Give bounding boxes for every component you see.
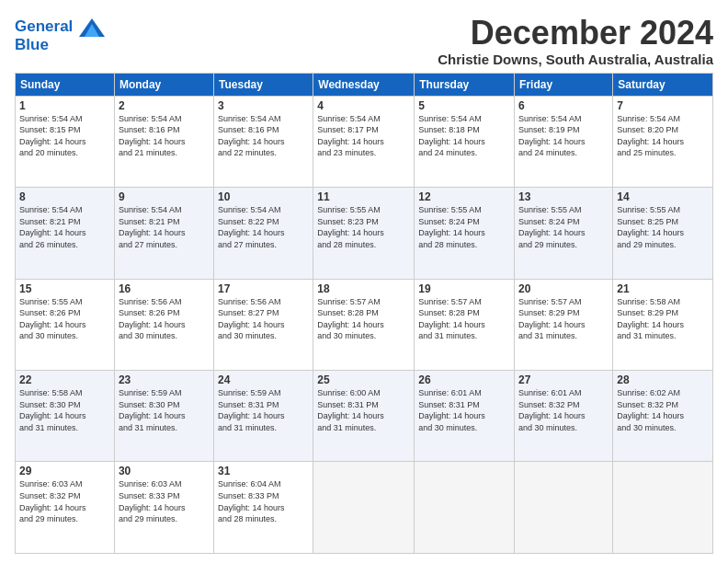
calendar-cell: 4 Sunrise: 5:54 AM Sunset: 8:17 PM Dayli…	[313, 96, 415, 187]
day-info: Sunrise: 5:59 AM Sunset: 8:30 PM Dayligh…	[119, 387, 210, 433]
day-info: Sunrise: 5:56 AM Sunset: 8:26 PM Dayligh…	[119, 296, 210, 342]
day-number: 6	[518, 99, 609, 112]
calendar-cell: 23 Sunrise: 5:59 AM Sunset: 8:30 PM Dayl…	[114, 371, 213, 462]
day-number: 1	[19, 99, 110, 112]
day-info: Sunrise: 6:01 AM Sunset: 8:32 PM Dayligh…	[518, 387, 609, 433]
calendar-cell: 17 Sunrise: 5:56 AM Sunset: 8:27 PM Dayl…	[214, 279, 313, 370]
weekday-header: Thursday	[415, 73, 515, 96]
weekday-header: Monday	[114, 73, 213, 96]
day-number: 17	[218, 282, 309, 295]
calendar-cell: 13 Sunrise: 5:55 AM Sunset: 8:24 PM Dayl…	[515, 188, 613, 279]
day-number: 14	[617, 190, 709, 203]
day-info: Sunrise: 6:03 AM Sunset: 8:32 PM Dayligh…	[19, 478, 110, 524]
title-block: December 2024 Christie Downs, South Aust…	[438, 15, 713, 67]
calendar-cell: 21 Sunrise: 5:58 AM Sunset: 8:29 PM Dayl…	[613, 279, 713, 370]
day-info: Sunrise: 6:04 AM Sunset: 8:33 PM Dayligh…	[218, 478, 309, 524]
calendar-cell: 31 Sunrise: 6:04 AM Sunset: 8:33 PM Dayl…	[214, 462, 313, 554]
day-number: 19	[418, 282, 510, 295]
calendar-cell: 29 Sunrise: 6:03 AM Sunset: 8:32 PM Dayl…	[16, 462, 115, 554]
calendar-cell: 16 Sunrise: 5:56 AM Sunset: 8:26 PM Dayl…	[114, 279, 213, 370]
day-number: 16	[119, 282, 210, 295]
calendar-cell: 25 Sunrise: 6:00 AM Sunset: 8:31 PM Dayl…	[313, 371, 415, 462]
day-info: Sunrise: 5:59 AM Sunset: 8:31 PM Dayligh…	[218, 387, 309, 433]
weekday-header: Tuesday	[214, 73, 313, 96]
day-info: Sunrise: 5:55 AM Sunset: 8:23 PM Dayligh…	[317, 204, 410, 250]
day-number: 8	[19, 190, 110, 203]
logo-line2: Blue	[15, 37, 105, 54]
day-number: 11	[317, 190, 410, 203]
day-info: Sunrise: 5:54 AM Sunset: 8:15 PM Dayligh…	[19, 113, 110, 159]
day-info: Sunrise: 5:54 AM Sunset: 8:19 PM Dayligh…	[518, 113, 609, 159]
day-number: 28	[617, 373, 709, 386]
calendar-cell: 22 Sunrise: 5:58 AM Sunset: 8:30 PM Dayl…	[16, 371, 115, 462]
calendar-cell	[613, 462, 713, 554]
calendar-cell	[515, 462, 613, 554]
day-info: Sunrise: 6:02 AM Sunset: 8:32 PM Dayligh…	[617, 387, 709, 433]
logo-icon	[79, 18, 105, 37]
weekday-header: Sunday	[16, 73, 115, 96]
calendar-cell	[313, 462, 415, 554]
day-number: 31	[218, 465, 309, 477]
day-number: 7	[617, 99, 709, 112]
day-number: 20	[518, 282, 609, 295]
day-number: 26	[418, 373, 510, 386]
day-number: 9	[119, 190, 210, 203]
weekday-header: Wednesday	[313, 73, 415, 96]
day-info: Sunrise: 6:01 AM Sunset: 8:31 PM Dayligh…	[418, 387, 510, 433]
calendar-cell: 12 Sunrise: 5:55 AM Sunset: 8:24 PM Dayl…	[415, 188, 515, 279]
day-number: 27	[518, 373, 609, 386]
day-info: Sunrise: 5:54 AM Sunset: 8:22 PM Dayligh…	[218, 204, 309, 250]
calendar-table: SundayMondayTuesdayWednesdayThursdayFrid…	[15, 73, 713, 554]
weekday-header: Friday	[515, 73, 613, 96]
calendar-cell: 5 Sunrise: 5:54 AM Sunset: 8:18 PM Dayli…	[415, 96, 515, 187]
day-number: 30	[119, 465, 210, 477]
day-info: Sunrise: 5:54 AM Sunset: 8:21 PM Dayligh…	[19, 204, 110, 250]
day-info: Sunrise: 5:55 AM Sunset: 8:24 PM Dayligh…	[518, 204, 609, 250]
day-number: 5	[418, 99, 510, 112]
calendar-cell: 9 Sunrise: 5:54 AM Sunset: 8:21 PM Dayli…	[114, 188, 213, 279]
day-info: Sunrise: 5:57 AM Sunset: 8:28 PM Dayligh…	[317, 296, 410, 342]
day-info: Sunrise: 6:03 AM Sunset: 8:33 PM Dayligh…	[119, 478, 210, 524]
day-number: 25	[317, 373, 410, 386]
calendar-cell: 28 Sunrise: 6:02 AM Sunset: 8:32 PM Dayl…	[613, 371, 713, 462]
day-number: 24	[218, 373, 309, 386]
day-info: Sunrise: 5:58 AM Sunset: 8:29 PM Dayligh…	[617, 296, 709, 342]
day-number: 23	[119, 373, 210, 386]
day-info: Sunrise: 5:54 AM Sunset: 8:20 PM Dayligh…	[617, 113, 709, 159]
day-number: 22	[19, 373, 110, 386]
calendar-cell: 3 Sunrise: 5:54 AM Sunset: 8:16 PM Dayli…	[214, 96, 313, 187]
weekday-header: Saturday	[613, 73, 713, 96]
header: General Blue December 2024 Christie Down…	[15, 15, 713, 67]
day-number: 13	[518, 190, 609, 203]
calendar-cell: 27 Sunrise: 6:01 AM Sunset: 8:32 PM Dayl…	[515, 371, 613, 462]
calendar-cell: 1 Sunrise: 5:54 AM Sunset: 8:15 PM Dayli…	[16, 96, 115, 187]
day-info: Sunrise: 5:55 AM Sunset: 8:25 PM Dayligh…	[617, 204, 709, 250]
day-info: Sunrise: 5:54 AM Sunset: 8:16 PM Dayligh…	[218, 113, 309, 159]
calendar-cell: 10 Sunrise: 5:54 AM Sunset: 8:22 PM Dayl…	[214, 188, 313, 279]
calendar-cell: 24 Sunrise: 5:59 AM Sunset: 8:31 PM Dayl…	[214, 371, 313, 462]
day-number: 10	[218, 190, 309, 203]
day-info: Sunrise: 5:54 AM Sunset: 8:21 PM Dayligh…	[119, 204, 210, 250]
day-info: Sunrise: 5:54 AM Sunset: 8:17 PM Dayligh…	[317, 113, 410, 159]
calendar-cell	[415, 462, 515, 554]
day-info: Sunrise: 5:58 AM Sunset: 8:30 PM Dayligh…	[19, 387, 110, 433]
day-number: 3	[218, 99, 309, 112]
day-info: Sunrise: 5:54 AM Sunset: 8:16 PM Dayligh…	[119, 113, 210, 159]
day-info: Sunrise: 5:57 AM Sunset: 8:28 PM Dayligh…	[418, 296, 510, 342]
day-info: Sunrise: 6:00 AM Sunset: 8:31 PM Dayligh…	[317, 387, 410, 433]
calendar-cell: 2 Sunrise: 5:54 AM Sunset: 8:16 PM Dayli…	[114, 96, 213, 187]
calendar-cell: 8 Sunrise: 5:54 AM Sunset: 8:21 PM Dayli…	[16, 188, 115, 279]
day-number: 12	[418, 190, 510, 203]
calendar-cell: 6 Sunrise: 5:54 AM Sunset: 8:19 PM Dayli…	[515, 96, 613, 187]
calendar-cell: 26 Sunrise: 6:01 AM Sunset: 8:31 PM Dayl…	[415, 371, 515, 462]
location-title: Christie Downs, South Australia, Austral…	[438, 52, 713, 67]
day-number: 15	[19, 282, 110, 295]
calendar-cell: 30 Sunrise: 6:03 AM Sunset: 8:33 PM Dayl…	[114, 462, 213, 554]
day-info: Sunrise: 5:55 AM Sunset: 8:24 PM Dayligh…	[418, 204, 510, 250]
calendar-cell: 14 Sunrise: 5:55 AM Sunset: 8:25 PM Dayl…	[613, 188, 713, 279]
day-number: 2	[119, 99, 210, 112]
day-number: 29	[19, 465, 110, 477]
day-info: Sunrise: 5:56 AM Sunset: 8:27 PM Dayligh…	[218, 296, 309, 342]
logo: General Blue	[15, 18, 105, 54]
calendar-cell: 18 Sunrise: 5:57 AM Sunset: 8:28 PM Dayl…	[313, 279, 415, 370]
